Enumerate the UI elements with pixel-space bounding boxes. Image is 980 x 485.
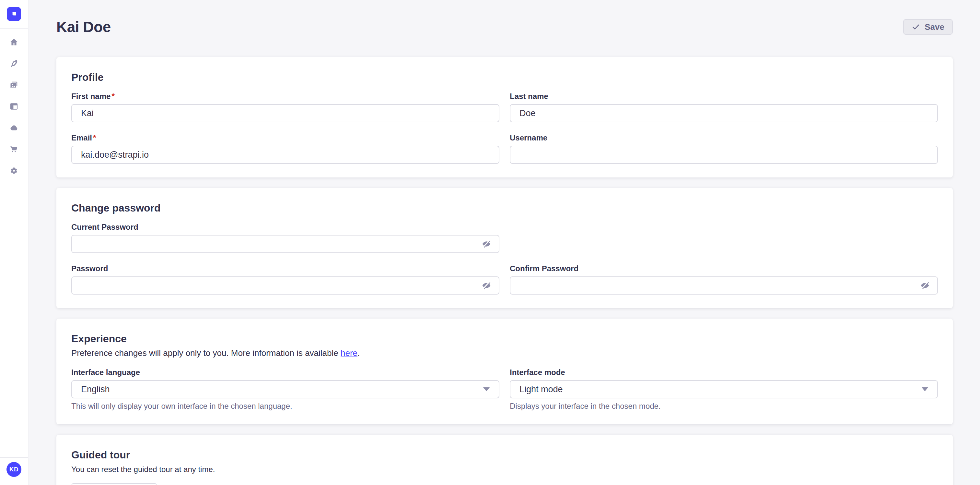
guided-tour-card: Guided tour You can reset the guided tou… bbox=[56, 435, 953, 485]
guided-tour-title: Guided tour bbox=[71, 449, 938, 461]
current-password-label: Current Password bbox=[71, 223, 500, 231]
first-name-input[interactable] bbox=[71, 104, 500, 122]
sidebar-footer: KD bbox=[0, 457, 28, 485]
toggle-password-visibility-button[interactable] bbox=[920, 280, 930, 291]
current-password-input[interactable] bbox=[71, 235, 500, 253]
chevron-down-icon bbox=[483, 387, 490, 391]
strapi-logo-icon[interactable] bbox=[7, 7, 21, 21]
sidebar-item-cloud[interactable] bbox=[10, 123, 19, 132]
required-asterisk: * bbox=[93, 133, 96, 142]
save-button-label: Save bbox=[924, 22, 944, 32]
last-name-label: Last name bbox=[510, 92, 938, 101]
email-label: Email bbox=[71, 133, 92, 142]
sidebar-item-settings[interactable] bbox=[10, 166, 19, 175]
check-icon bbox=[912, 23, 920, 31]
interface-mode-value: Light mode bbox=[520, 384, 563, 394]
sidebar-item-content-type-builder[interactable] bbox=[10, 102, 19, 111]
toggle-password-visibility-button[interactable] bbox=[481, 280, 492, 291]
logo-area bbox=[0, 0, 28, 29]
username-input[interactable] bbox=[510, 146, 938, 164]
layout-icon bbox=[10, 102, 19, 111]
interface-mode-hint: Displays your interface in the chosen mo… bbox=[510, 402, 938, 411]
interface-mode-field: Interface mode Light mode Displays your … bbox=[510, 368, 938, 411]
eye-slash-icon bbox=[482, 281, 491, 290]
sidebar-item-marketplace[interactable] bbox=[10, 145, 19, 154]
cloud-icon bbox=[10, 123, 19, 132]
email-field: Email* bbox=[71, 133, 500, 164]
change-password-title: Change password bbox=[71, 202, 938, 214]
interface-language-field: Interface language English This will onl… bbox=[71, 368, 500, 411]
gear-icon bbox=[10, 166, 19, 175]
interface-mode-label: Interface mode bbox=[510, 368, 938, 377]
sidebar: KD bbox=[0, 0, 29, 485]
confirm-password-label: Confirm Password bbox=[510, 264, 938, 273]
cart-icon bbox=[10, 145, 19, 154]
first-name-field: First name* bbox=[71, 92, 500, 122]
experience-title: Experience bbox=[71, 333, 938, 345]
interface-mode-select[interactable]: Light mode bbox=[510, 380, 938, 398]
first-name-label: First name bbox=[71, 92, 110, 101]
guided-tour-description: You can reset the guided tour at any tim… bbox=[71, 465, 938, 474]
toggle-password-visibility-button[interactable] bbox=[481, 239, 492, 249]
experience-card: Experience Preference changes will apply… bbox=[56, 319, 953, 424]
confirm-password-field: Confirm Password bbox=[510, 264, 938, 295]
current-password-field: Current Password bbox=[71, 223, 500, 253]
media-library-icon bbox=[10, 80, 19, 89]
new-password-input[interactable] bbox=[71, 276, 500, 295]
interface-language-hint: This will only display your own interfac… bbox=[71, 402, 500, 411]
required-asterisk: * bbox=[111, 92, 115, 101]
profile-title: Profile bbox=[71, 71, 938, 83]
save-button[interactable]: Save bbox=[903, 19, 953, 35]
sidebar-item-content-manager[interactable] bbox=[10, 59, 19, 68]
reset-guided-tour-button[interactable]: Reset guided tour bbox=[71, 483, 157, 485]
interface-language-value: English bbox=[81, 384, 110, 394]
interface-language-select[interactable]: English bbox=[71, 380, 500, 398]
experience-description: Preference changes will apply only to yo… bbox=[71, 348, 938, 358]
change-password-card: Change password Current Password bbox=[56, 188, 953, 308]
new-password-field: Password bbox=[71, 264, 500, 295]
sidebar-nav bbox=[10, 38, 19, 175]
cards: Profile First name* Last name Email* bbox=[56, 57, 953, 485]
chevron-down-icon bbox=[922, 387, 928, 391]
page-title: Kai Doe bbox=[56, 18, 111, 36]
page-header: Kai Doe Save bbox=[56, 0, 953, 36]
confirm-password-input[interactable] bbox=[510, 276, 938, 295]
username-label: Username bbox=[510, 133, 938, 142]
eye-slash-icon bbox=[920, 281, 930, 290]
sidebar-item-home[interactable] bbox=[10, 38, 19, 47]
eye-slash-icon bbox=[482, 239, 491, 249]
interface-language-label: Interface language bbox=[71, 368, 500, 377]
avatar[interactable]: KD bbox=[6, 462, 21, 477]
email-input[interactable] bbox=[71, 146, 500, 164]
username-field: Username bbox=[510, 133, 938, 164]
sidebar-item-media-library[interactable] bbox=[10, 80, 19, 89]
main-content: Kai Doe Save Profile First name* Last na… bbox=[29, 0, 980, 485]
last-name-input[interactable] bbox=[510, 104, 938, 122]
new-password-label: Password bbox=[71, 264, 500, 273]
last-name-field: Last name bbox=[510, 92, 938, 122]
here-link[interactable]: here bbox=[340, 348, 358, 358]
feather-icon bbox=[10, 59, 19, 68]
profile-card: Profile First name* Last name Email* bbox=[56, 57, 953, 177]
home-icon bbox=[10, 38, 19, 47]
